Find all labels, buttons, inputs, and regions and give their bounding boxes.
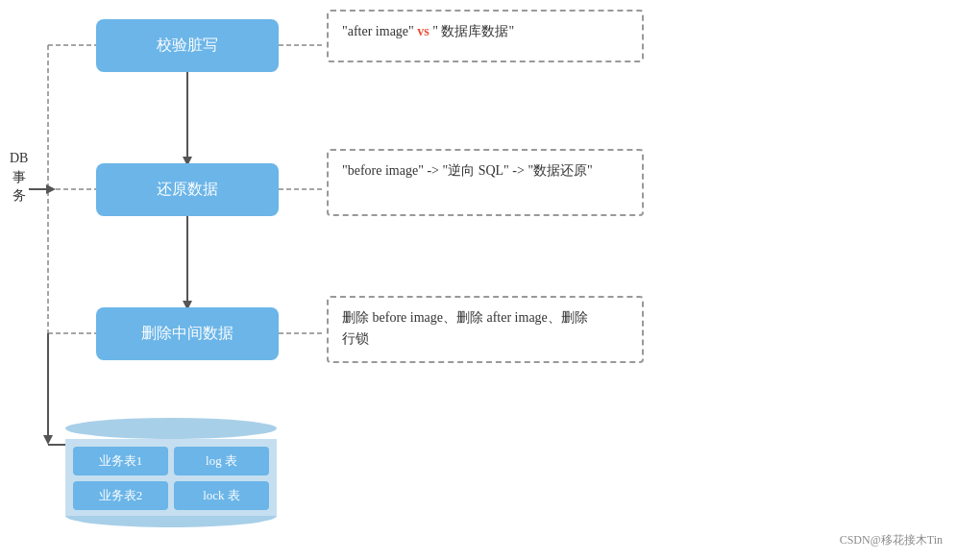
desc3-line1: 删除 before image、删除 after image、删除: [342, 310, 588, 325]
box-jiaoyan: 校验脏写: [96, 19, 279, 72]
cell4-label: lock 表: [203, 487, 240, 504]
cylinder-body: 业务表1 log 表 业务表2 lock 表: [65, 439, 277, 516]
cell3-label: 业务表2: [99, 487, 143, 504]
cell1-label: 业务表1: [99, 452, 143, 470]
cylinder-bottom: [65, 516, 277, 527]
desc-box-2: "before image" -> "逆向 SQL" -> "数据还原": [327, 149, 644, 216]
db-cell-4: lock 表: [174, 481, 269, 510]
db-cell-3: 业务表2: [73, 481, 168, 510]
desc-box-3: 删除 before image、删除 after image、删除 行锁: [327, 296, 644, 363]
db-label-line1: DB: [10, 151, 28, 165]
desc1-vs: vs: [417, 24, 429, 38]
db-cell-2: log 表: [174, 447, 269, 475]
desc1-part2: " 数据库数据": [432, 24, 514, 38]
svg-marker-5: [46, 184, 56, 194]
jiaoyan-label: 校验脏写: [157, 36, 218, 56]
db-cell-1: 业务表1: [73, 447, 168, 475]
db-label-line3: 务: [12, 188, 26, 203]
shanchu-label: 删除中间数据: [141, 324, 233, 344]
watermark: CSDN@移花接木Tin: [840, 532, 943, 548]
svg-marker-14: [43, 435, 53, 445]
box-shanchu: 删除中间数据: [96, 307, 279, 360]
cylinder-top: [65, 418, 277, 439]
db-label-line2: 事: [12, 170, 26, 184]
cell2-label: log 表: [206, 452, 237, 470]
desc3-line2: 行锁: [342, 331, 369, 346]
watermark-text: CSDN@移花接木Tin: [840, 533, 943, 547]
desc2-text: "before image" -> "逆向 SQL" -> "数据还原": [342, 163, 593, 178]
db-label: DB 事 务: [10, 149, 28, 206]
box-huanyuan: 还原数据: [96, 163, 279, 216]
diagram-container: DB 事 务 校验脏写 还原数据 删除中间数据 "after image" vs…: [0, 0, 957, 560]
desc1-part1: "after image": [342, 24, 414, 38]
desc-box-1: "after image" vs " 数据库数据": [327, 10, 644, 62]
db-cylinder-group: 业务表1 log 表 业务表2 lock 表: [65, 418, 277, 527]
huanyuan-label: 还原数据: [157, 180, 218, 200]
